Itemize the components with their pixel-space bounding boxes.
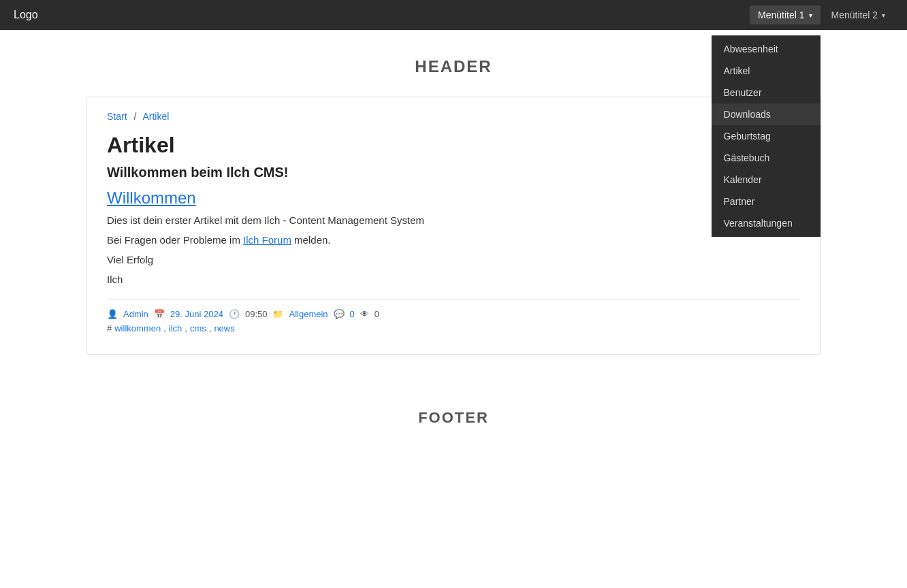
breadcrumb-separator: / [133,111,136,122]
dropdown-item-kalender[interactable]: Kalender [712,169,821,191]
site-footer: FOOTER [0,382,907,454]
dropdown-item-veranstaltungen[interactable]: Veranstaltungen [712,212,821,234]
article-subtitle: Willkommen beim Ilch CMS! [107,165,800,180]
nav-item-menu1[interactable]: Menütitel 1 ▾ Abwesenheit Artikel Benutz… [750,5,820,24]
article-category[interactable]: Allgemein [289,309,328,319]
breadcrumb-current[interactable]: Artikel [142,111,169,122]
article-closing1: Viel Erfolg [107,254,800,265]
article-page-title: Artikel [107,133,800,158]
tag-icon: # [107,323,112,333]
logo: Logo [14,9,38,21]
menu2-link[interactable]: Menütitel 2 ▾ [823,5,893,24]
nav-menu: Menütitel 1 ▾ Abwesenheit Artikel Benutz… [750,5,893,24]
calendar-icon: 📅 [154,309,165,319]
article-comments[interactable]: 0 [350,309,355,319]
article-meta: 👤 Admin 📅 29. Juni 2024 🕐 09:50 📁 Allgem… [107,309,800,319]
article-divider [107,299,800,299]
dropdown-item-gaestebuch[interactable]: Gästebuch [712,147,821,169]
nav-item-menu2[interactable]: Menütitel 2 ▾ [823,5,893,24]
dropdown-item-artikel[interactable]: Artikel [712,60,821,82]
article-body-text1: Dies ist dein erster Artikel mit dem Ilc… [107,214,800,226]
navbar: Logo Menütitel 1 ▾ Abwesenheit Artikel B… [0,0,907,30]
article-date[interactable]: 29. Juni 2024 [170,309,223,319]
eye-icon: 👁 [360,309,369,319]
clock-icon: 🕐 [229,309,240,319]
tag-willkommen[interactable]: willkommen [114,323,161,333]
dropdown-menu1: Abwesenheit Artikel Benutzer Downloads G… [712,35,821,237]
article-main-link[interactable]: Willkommen [107,189,800,208]
article-time: 09:50 [245,309,268,319]
ilch-forum-link[interactable]: Ilch Forum [243,234,291,246]
chevron-down-icon: ▾ [809,12,812,19]
dropdown-item-partner[interactable]: Partner [712,191,821,212]
comment-icon: 💬 [334,309,345,319]
article-closing2: Ilch [107,274,800,285]
chevron-down-icon-2: ▾ [882,12,885,19]
folder-icon: 📁 [272,309,283,319]
dropdown-item-benutzer[interactable]: Benutzer [712,82,821,103]
dropdown-item-abwesenheit[interactable]: Abwesenheit [712,38,821,60]
tag-cms[interactable]: cms [190,323,206,333]
article-body-text2: Bei Fragen oder Probleme im Ilch Forum m… [107,234,800,246]
tag-news[interactable]: news [214,323,234,333]
dropdown-item-geburtstag[interactable]: Geburtstag [712,125,821,147]
article-views: 0 [375,309,379,319]
breadcrumb: Start / Artikel [107,111,800,122]
menu1-link[interactable]: Menütitel 1 ▾ [750,5,820,24]
breadcrumb-start[interactable]: Start [107,111,127,122]
tag-ilch[interactable]: ilch [169,323,182,333]
article-body: Dies ist dein erster Artikel mit dem Ilc… [107,214,800,285]
article-author[interactable]: Admin [123,309,148,319]
author-icon: 👤 [107,309,118,319]
article-tags: # willkommen, ilch, cms, news [107,323,800,333]
dropdown-item-downloads[interactable]: Downloads [712,103,821,125]
